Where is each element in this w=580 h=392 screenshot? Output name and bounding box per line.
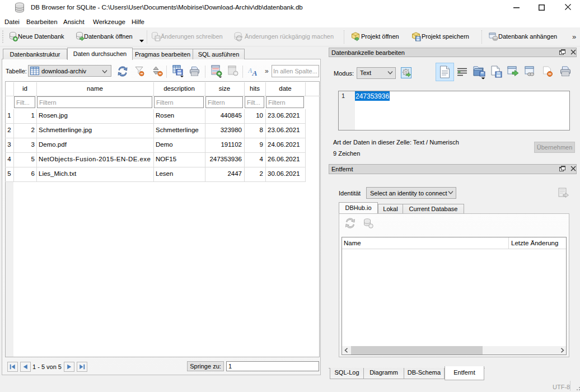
svg-text:A: A (252, 69, 258, 77)
